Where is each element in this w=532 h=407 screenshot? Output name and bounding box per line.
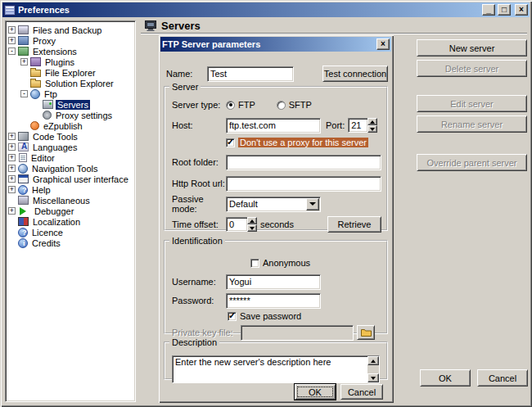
- expand-icon[interactable]: +: [8, 133, 16, 140]
- save-password-label[interactable]: Save password: [240, 311, 301, 321]
- expand-icon[interactable]: +: [8, 154, 16, 161]
- time-offset-increment-icon[interactable]: [247, 217, 257, 224]
- no-proxy-label[interactable]: Don't use a proxy for this server: [238, 138, 368, 147]
- tree-item-label: Code Tools: [31, 132, 79, 142]
- retrieve-button[interactable]: Retrieve: [327, 216, 381, 233]
- expand-icon[interactable]: +: [8, 37, 16, 44]
- anonymous-checkbox[interactable]: [250, 259, 259, 268]
- tree-item-code-tools[interactable]: +Code Tools: [7, 131, 134, 142]
- ftp-radio-label[interactable]: FTP: [238, 100, 255, 110]
- window-title: Preferences: [18, 5, 480, 15]
- sftp-radio[interactable]: [277, 101, 286, 110]
- ftp-radio[interactable]: [226, 101, 235, 110]
- dialog-ok-button[interactable]: OK: [295, 384, 336, 400]
- host-input[interactable]: [226, 118, 321, 133]
- tree-item-file-explorer[interactable]: File Explorer: [7, 67, 134, 78]
- proxy-icon: [18, 36, 29, 45]
- tree-item-servers[interactable]: Servers: [7, 99, 134, 110]
- delete-server-button[interactable]: Delete server: [417, 60, 527, 77]
- tree-item-help[interactable]: +Help: [7, 184, 134, 195]
- identification-group-legend: Identification: [169, 236, 225, 246]
- http-root-url-input[interactable]: [226, 176, 381, 192]
- tree-item-navigation-tools[interactable]: +Navigation Tools: [7, 163, 134, 174]
- scroll-down-icon[interactable]: [367, 373, 379, 382]
- username-input[interactable]: [226, 274, 321, 290]
- test-connection-button[interactable]: Test connection: [322, 66, 388, 82]
- expand-icon[interactable]: +: [8, 26, 16, 34]
- description-scrollbar[interactable]: [367, 356, 379, 382]
- tree-item-label: Ftp: [43, 89, 59, 99]
- tree-item-miscellaneous[interactable]: Miscellaneous: [7, 195, 134, 206]
- server-type-row: Server type: FTP SFTP: [172, 98, 381, 111]
- port-decrement-icon[interactable]: [367, 125, 377, 133]
- new-server-button[interactable]: New server: [417, 39, 527, 57]
- time-offset-spinner: [226, 217, 257, 232]
- expand-icon[interactable]: +: [8, 186, 16, 193]
- dialog-title: FTP Server parameters: [162, 39, 374, 49]
- port-label: Port:: [326, 120, 345, 130]
- tree-item-label: Licence: [30, 228, 65, 237]
- tree-item-label: Servers: [56, 100, 90, 110]
- cancel-button[interactable]: Cancel: [477, 369, 528, 387]
- minimize-button[interactable]: _: [482, 4, 495, 16]
- port-input[interactable]: [348, 118, 367, 133]
- description-group-legend: Description: [169, 337, 219, 347]
- expand-icon[interactable]: +: [8, 207, 16, 215]
- tree-item-extensions[interactable]: -Extensions: [7, 46, 134, 57]
- tree-item-files-and-backup[interactable]: +Files and Backup: [7, 25, 134, 35]
- tree-item-label: Plugins: [43, 57, 76, 67]
- edit-server-button[interactable]: Edit server: [417, 95, 527, 112]
- tree-item-ezpublish[interactable]: eZpublish: [7, 120, 134, 131]
- rename-server-button[interactable]: Rename server: [417, 115, 527, 133]
- root-folder-input[interactable]: [226, 155, 381, 170]
- collapse-icon[interactable]: -: [8, 47, 16, 55]
- expand-icon[interactable]: +: [8, 143, 16, 151]
- tree-item-graphical-user-interface[interactable]: +Graphical user interface: [7, 174, 134, 184]
- root-folder-label: Root folder:: [172, 157, 226, 167]
- tree-item-credits[interactable]: Credits: [7, 237, 134, 248]
- passive-mode-select[interactable]: Default: [226, 197, 321, 212]
- tree-item-proxy[interactable]: +Proxy: [7, 35, 134, 46]
- no-proxy-row: Don't use a proxy for this server: [172, 137, 381, 148]
- expand-icon[interactable]: +: [8, 165, 16, 172]
- tree-item-label: Miscellaneous: [31, 196, 92, 206]
- tree-item-proxy-settings[interactable]: Proxy settings: [7, 110, 134, 120]
- scroll-up-icon[interactable]: [367, 356, 379, 365]
- tree-item-editor[interactable]: +Editor: [7, 152, 134, 163]
- port-increment-icon[interactable]: [367, 118, 377, 125]
- ftp-server-parameters-dialog: FTP Server parameters × Name: Test conne…: [158, 34, 394, 403]
- ok-button[interactable]: OK: [420, 369, 471, 387]
- time-offset-decrement-icon[interactable]: [247, 224, 257, 232]
- side-buttons: New serverDelete serverEdit serverRename…: [417, 39, 527, 171]
- tree-item-plugins[interactable]: +Plugins: [7, 57, 134, 67]
- tree-item-licence[interactable]: Licence: [7, 227, 134, 237]
- dialog-cancel-button[interactable]: Cancel: [340, 384, 383, 400]
- close-button[interactable]: ×: [515, 4, 528, 16]
- description-textarea[interactable]: Enter the new server's description here: [172, 355, 380, 383]
- expand-icon[interactable]: +: [8, 175, 16, 183]
- anonymous-label[interactable]: Anonymous: [263, 258, 310, 268]
- backup-icon: [18, 25, 29, 34]
- chevron-down-icon[interactable]: [306, 198, 319, 210]
- collapse-icon[interactable]: -: [20, 90, 28, 97]
- tree-item-solution-explorer[interactable]: Solution Explorer: [7, 78, 134, 88]
- expand-icon[interactable]: +: [20, 58, 28, 66]
- tree-item-localization[interactable]: Localization: [7, 216, 134, 227]
- dialog-titlebar[interactable]: FTP Server parameters ×: [160, 37, 391, 52]
- time-offset-input[interactable]: [226, 217, 247, 232]
- username-row: Username:: [172, 274, 381, 290]
- maximize-button[interactable]: □: [498, 4, 511, 16]
- dialog-close-button[interactable]: ×: [376, 38, 390, 50]
- tree-item-ftp[interactable]: -Ftp: [7, 88, 134, 99]
- ezpublish-icon: [30, 121, 39, 130]
- tree-item-label: Editor: [29, 153, 56, 163]
- tree-item-languages[interactable]: +Languages: [7, 142, 134, 152]
- save-password-checkbox[interactable]: [228, 312, 237, 321]
- window-titlebar[interactable]: Preferences _ □ ×: [2, 2, 530, 17]
- tree-item-debugger[interactable]: +Debugger: [7, 206, 134, 216]
- no-proxy-checkbox[interactable]: [226, 138, 235, 147]
- name-input[interactable]: [207, 66, 294, 82]
- override-parent-server-button[interactable]: Override parent server: [417, 154, 527, 171]
- password-input[interactable]: [226, 293, 321, 309]
- sftp-radio-label[interactable]: SFTP: [289, 100, 312, 110]
